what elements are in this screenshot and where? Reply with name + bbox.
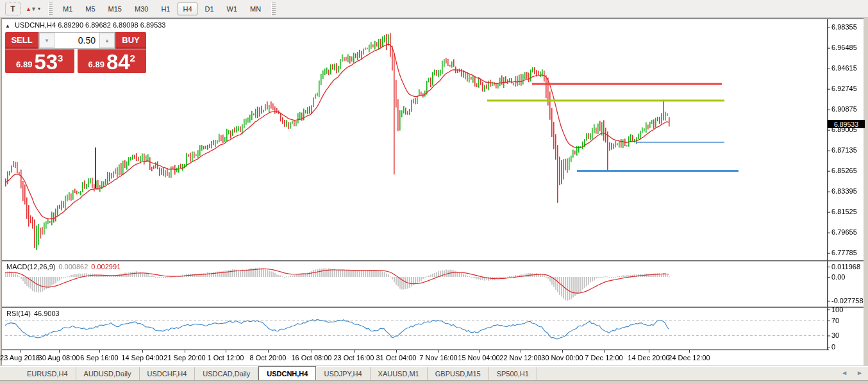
sell-price-pip: 3	[58, 53, 63, 63]
chevron-down-icon[interactable]: ▾	[38, 6, 40, 12]
volume-stepper: ▼ ▲	[38, 32, 115, 49]
toolbar-grip[interactable]	[271, 3, 276, 15]
price-tick-label: 6.87135	[831, 146, 857, 154]
date-tick-label: 23 Oct 16:00	[334, 354, 374, 362]
mt4-chart-screen: T ▲▼ ▾ M1M5M15M30H1H4D1W1MN ▲ USDCNH,H4 …	[0, 0, 868, 384]
timeframe-button-m15[interactable]: M15	[103, 3, 127, 15]
symbol-tab-usdcnh-h4[interactable]: USDCNH,H4	[258, 366, 316, 380]
symbol-tab-bar: EURUSD,H4AUDUSD,DailyUSDCHF,H4USDCAD,Dai…	[0, 366, 868, 380]
timeframe-button-w1[interactable]: W1	[222, 3, 243, 15]
one-click-trade-panel: SELL ▼ ▲ BUY 6.89 53 3 6.89 84 2	[5, 32, 146, 73]
symbol-tab-gbpusd-m15[interactable]: GBPUSD,M15	[428, 367, 489, 380]
price-tick-label: 6.94615	[831, 64, 857, 72]
symbol-tab-eurusd-h4[interactable]: EURUSD,H4	[19, 367, 76, 380]
price-tick-label: 6.81525	[831, 208, 857, 215]
trade-panel-collapse-icon[interactable]: ▲	[5, 23, 10, 29]
sell-price-button[interactable]: 6.89 53 3	[5, 49, 74, 73]
price-tick-label: 6.98355	[831, 23, 857, 31]
price-tick-label: 6.83395	[831, 187, 857, 195]
rsi-axis-label: 30	[831, 331, 839, 339]
rsi-axis-label: 70	[831, 317, 839, 324]
text-tool-button[interactable]: T	[5, 3, 21, 15]
text-tool-label: T	[10, 4, 15, 13]
date-tick-label: 23 Aug 2018	[0, 354, 40, 362]
sell-price-main: 53	[34, 53, 58, 71]
date-tick-label: 30 Nov 00:00	[541, 354, 583, 362]
date-tick-label: 21 Sep 20:00	[163, 354, 205, 362]
rsi-value: 46.9003	[34, 310, 60, 317]
timeframe-button-m5[interactable]: M5	[80, 3, 100, 15]
macd-label: MACD(12,26,9)0.0008620.002991	[6, 263, 121, 271]
date-tick-label: 8 Oct 20:00	[250, 354, 287, 362]
rsi-label: RSI(14)46.9003	[6, 310, 60, 317]
symbol-tab-sp500-h1[interactable]: SP500,H1	[489, 367, 537, 380]
ohlc-open: 6.89290	[58, 21, 83, 29]
timeframe-button-m1[interactable]: M1	[58, 3, 78, 15]
ohlc-low: 6.89098	[113, 21, 138, 29]
date-tick-label: 14 Sep 04:00	[121, 354, 163, 362]
timeframe-button-h1[interactable]: H1	[156, 3, 175, 15]
ohlc-high: 6.89682	[85, 21, 111, 29]
price-tick-label: 6.92745	[831, 85, 857, 92]
price-tick-label: 6.85265	[831, 167, 857, 174]
date-tick-label: 1 Oct 12:00	[208, 354, 244, 362]
timeframe-button-h4[interactable]: H4	[178, 3, 197, 15]
symbol-tab-usdjpy-h4[interactable]: USDJPY,H4	[316, 367, 370, 380]
buy-price-pip: 2	[130, 53, 135, 63]
ohlc-close: 6.89533	[140, 21, 166, 29]
timeframe-button-d1[interactable]: D1	[200, 3, 219, 15]
timeframe-toolbar: M1M5M15M30H1H4D1W1MN	[56, 3, 267, 15]
symbol-period-label: USDCNH,H4	[15, 21, 56, 29]
macd-axis-label: 0.00	[831, 273, 845, 281]
macd-axis-label: 0.011968	[831, 263, 860, 271]
date-tick-label: 7 Dec 12:00	[585, 354, 622, 362]
date-tick-label: 7 Nov 16:00	[419, 354, 457, 362]
tab-scroll-right-button[interactable]: ►	[856, 369, 863, 376]
arrows-tool-button[interactable]: ▲▼ ▾	[22, 2, 44, 16]
rsi-axis-label: 100	[831, 306, 843, 313]
date-tick-label: 6 Sep 16:00	[80, 354, 118, 362]
tab-scroll-left-button[interactable]: ◄	[841, 369, 847, 376]
macd-name: MACD(12,26,9)	[6, 263, 55, 271]
date-tick-label: 31 Oct 04:00	[376, 354, 417, 362]
macd-axis-label: -0.027758	[831, 297, 864, 305]
price-tick-label: 6.90875	[831, 105, 857, 113]
volume-up-button[interactable]: ▲	[99, 33, 115, 48]
buy-button[interactable]: BUY	[115, 32, 146, 49]
date-tick-label: 24 Dec 12:00	[668, 354, 710, 362]
symbol-tab-usdchf-h4[interactable]: USDCHF,H4	[140, 367, 196, 380]
top-toolbar: T ▲▼ ▾ M1M5M15M30H1H4D1W1MN	[0, 0, 868, 18]
symbol-tab-audusd-daily[interactable]: AUDUSD,Daily	[76, 367, 140, 380]
buy-price-main: 84	[106, 53, 130, 71]
volume-down-button[interactable]: ▼	[39, 33, 54, 48]
macd-value: 0.000862	[58, 263, 88, 271]
date-tick-label: 14 Dec 20:00	[628, 354, 669, 362]
timeframe-button-mn[interactable]: MN	[245, 3, 266, 15]
sell-button[interactable]: SELL	[5, 32, 38, 49]
date-tick-label: 15 Nov 04:00	[458, 354, 499, 362]
status-strip	[0, 380, 868, 384]
price-tick-label: 6.77785	[831, 249, 857, 256]
buy-price-button[interactable]: 6.89 84 2	[78, 49, 147, 73]
macd-signal-value: 0.002991	[91, 263, 121, 271]
date-tick-label: 16 Oct 08:00	[292, 354, 332, 362]
price-tick-label: 6.96485	[831, 44, 857, 51]
rsi-name: RSI(14)	[6, 310, 31, 317]
price-tick-label: 6.79655	[831, 228, 857, 236]
date-tick-label: 22 Nov 12:00	[499, 354, 541, 362]
arrow-up-icon: ▲	[26, 6, 31, 12]
buy-price-prefix: 6.89	[88, 60, 104, 69]
volume-input[interactable]	[54, 33, 99, 48]
sell-price-prefix: 6.89	[16, 60, 32, 69]
toolbar-grip[interactable]	[48, 3, 53, 15]
arrow-down-icon: ▼	[31, 6, 36, 12]
chart-title: ▲ USDCNH,H4 6.89290 6.89682 6.89098 6.89…	[5, 21, 165, 29]
symbol-tab-xauusd-m1[interactable]: XAUUSD,M1	[371, 367, 428, 380]
rsi-axis-label: 0	[831, 343, 835, 351]
date-tick-label: 30 Aug 08:00	[38, 354, 80, 362]
timeframe-button-m30[interactable]: M30	[129, 3, 153, 15]
symbol-tab-usdcad-daily[interactable]: USDCAD,Daily	[195, 367, 258, 380]
current-price-badge: 6.89533	[828, 120, 865, 128]
